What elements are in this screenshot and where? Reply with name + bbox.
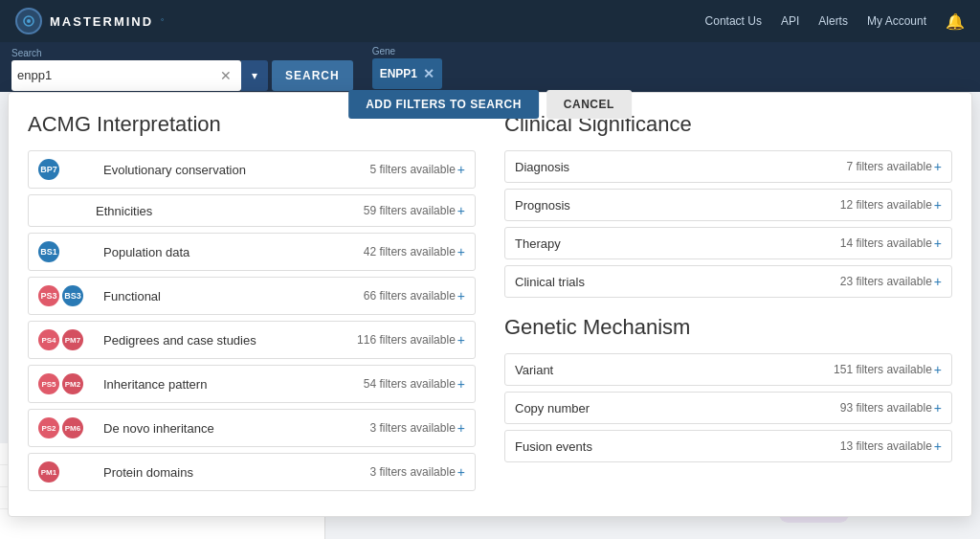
search-label: Search	[11, 48, 353, 58]
badge-group: BS1	[38, 241, 96, 262]
search-dropdown-button[interactable]: ▾	[241, 60, 268, 91]
filter-plus-copy-number: +	[934, 400, 942, 415]
filter-plus-evolutionary: +	[457, 162, 465, 177]
filter-name-inheritance: Inheritance pattern	[103, 377, 364, 392]
filter-item-inheritance[interactable]: PS5 PM2 Inheritance pattern 54 filters a…	[28, 365, 476, 403]
ps3-badge: PS3	[38, 285, 59, 306]
bp7-badge: BP7	[38, 159, 59, 180]
filter-item-denovo[interactable]: PS2 PM6 De novo inheritance 3 filters av…	[28, 409, 476, 447]
filter-item-diagnosis[interactable]: Diagnosis 7 filters available +	[504, 150, 952, 183]
api-link[interactable]: API	[781, 14, 799, 28]
filter-count-copy-number: 93 filters available	[840, 401, 932, 415]
badge-group: PS4 PM7	[38, 329, 96, 350]
filter-item-functional[interactable]: PS3 BS3 Functional 66 filters available …	[28, 277, 476, 315]
top-navigation: MASTERMIND° Contact Us API Alerts My Acc…	[0, 0, 980, 42]
filter-name-diagnosis: Diagnosis	[515, 160, 846, 174]
gene-value: ENPP1	[380, 67, 417, 80]
filter-name-pedigrees: Pedigrees and case studies	[103, 333, 357, 348]
genetic-title: Genetic Mechanism	[504, 315, 952, 340]
gene-tag: ENPP1 ✕	[372, 58, 442, 89]
logo-text: MASTERMIND	[50, 14, 153, 29]
filter-item-protein[interactable]: PM1 Protein domains 3 filters available …	[28, 453, 476, 491]
pm7-badge: PM7	[62, 329, 83, 350]
filter-name-functional: Functional	[103, 289, 364, 303]
filter-item-therapy[interactable]: Therapy 14 filters available +	[504, 227, 952, 259]
logo-dot: °	[161, 17, 164, 26]
acmg-column: ACMG Interpretation BP7 Evolutionary con…	[28, 112, 476, 497]
filter-count-clinical-trials: 23 filters available	[840, 275, 932, 288]
filter-plus-protein: +	[457, 464, 465, 480]
filter-panel: ACMG Interpretation BP7 Evolutionary con…	[8, 92, 972, 517]
badge-group: PS5 PM2	[38, 373, 96, 394]
search-input[interactable]	[17, 68, 220, 82]
filter-plus-denovo: +	[457, 420, 465, 436]
pm2-badge: PM2	[62, 373, 83, 394]
filter-plus-diagnosis: +	[934, 159, 942, 174]
filter-plus-functional: +	[457, 288, 465, 303]
filter-name-population: Population data	[103, 245, 364, 259]
badge-group: PS3 BS3	[38, 285, 96, 306]
filter-plus-clinical-trials: +	[934, 274, 942, 289]
filter-name-denovo: De novo inheritance	[103, 421, 369, 436]
filter-name-therapy: Therapy	[515, 236, 840, 251]
search-button[interactable]: SEARCH	[272, 60, 353, 91]
filter-item-ethnicities[interactable]: Ethnicities 59 filters available +	[28, 194, 476, 227]
filter-count-ethnicities: 59 filters available	[364, 204, 456, 217]
filter-plus-fusion-events: +	[934, 438, 942, 454]
filter-item-prognosis[interactable]: Prognosis 12 filters available +	[504, 189, 952, 221]
gene-section: Gene ENPP1 ✕	[372, 46, 442, 89]
contact-us-link[interactable]: Contact Us	[705, 14, 762, 28]
filter-count-pedigrees: 116 filters available	[357, 333, 456, 347]
filter-count-denovo: 3 filters available	[369, 421, 455, 435]
svg-point-1	[27, 19, 31, 23]
filter-count-population: 42 filters available	[364, 245, 456, 258]
search-clear-icon[interactable]: ✕	[220, 68, 232, 83]
badge-group: BP7	[38, 159, 96, 180]
filter-count-functional: 66 filters available	[364, 289, 456, 303]
filter-name-variant: Variant	[515, 363, 834, 377]
filter-count-fusion-events: 13 filters available	[840, 439, 932, 453]
ps4-badge: PS4	[38, 329, 59, 350]
search-bar: Search ✕ ▾ SEARCH Gene ENPP1 ✕	[0, 42, 980, 92]
bs1-badge: BS1	[38, 241, 59, 262]
filter-plus-ethnicities: +	[457, 203, 465, 218]
filter-plus-population: +	[457, 244, 465, 259]
notification-bell-icon[interactable]: 🔔	[946, 12, 965, 31]
badge-group: PS2 PM6	[38, 417, 96, 438]
filter-count-evolutionary: 5 filters available	[369, 163, 455, 176]
nav-links: Contact Us API Alerts My Account 🔔	[705, 12, 965, 31]
filter-item-pedigrees[interactable]: PS4 PM7 Pedigrees and case studies 116 f…	[28, 321, 476, 359]
right-column: Clinical Significance Diagnosis 7 filter…	[504, 112, 952, 497]
filter-item-variant[interactable]: Variant 151 filters available +	[504, 353, 952, 386]
filter-name-prognosis: Prognosis	[515, 198, 840, 213]
filter-item-fusion-events[interactable]: Fusion events 13 filters available +	[504, 430, 952, 462]
cancel-button[interactable]: CANCEL	[546, 90, 632, 119]
filter-item-copy-number[interactable]: Copy number 93 filters available +	[504, 392, 952, 424]
bs3-badge: BS3	[62, 285, 83, 306]
add-filters-button[interactable]: ADD FILTERS TO SEARCH	[348, 90, 539, 119]
filter-count-diagnosis: 7 filters available	[846, 160, 931, 173]
filter-name-evolutionary: Evolutionary conservation	[103, 163, 369, 177]
filter-name-copy-number: Copy number	[515, 401, 840, 415]
filter-plus-variant: +	[934, 362, 942, 377]
filter-count-protein: 3 filters available	[369, 465, 455, 479]
filter-item-evolutionary[interactable]: BP7 Evolutionary conservation 5 filters …	[28, 150, 476, 189]
filter-count-variant: 151 filters available	[834, 363, 932, 376]
filter-count-therapy: 14 filters available	[840, 236, 932, 250]
filter-name-ethnicities: Ethnicities	[96, 204, 364, 218]
filter-count-inheritance: 54 filters available	[364, 377, 456, 391]
search-input-wrapper: ✕	[11, 60, 241, 91]
filter-name-protein: Protein domains	[103, 465, 369, 480]
alerts-link[interactable]: Alerts	[818, 14, 848, 28]
logo: MASTERMIND°	[15, 8, 164, 34]
filter-name-fusion-events: Fusion events	[515, 439, 840, 454]
filter-count-prognosis: 12 filters available	[840, 198, 932, 212]
ps5-badge: PS5	[38, 373, 59, 394]
filter-item-population[interactable]: BS1 Population data 42 filters available…	[28, 233, 476, 271]
gene-label: Gene	[372, 46, 442, 56]
gene-tag-close-icon[interactable]: ✕	[423, 66, 434, 81]
badge-group: PM1	[38, 461, 96, 483]
my-account-link[interactable]: My Account	[867, 14, 926, 28]
filter-plus-pedigrees: +	[457, 332, 465, 348]
filter-item-clinical-trials[interactable]: Clinical trials 23 filters available +	[504, 265, 952, 298]
